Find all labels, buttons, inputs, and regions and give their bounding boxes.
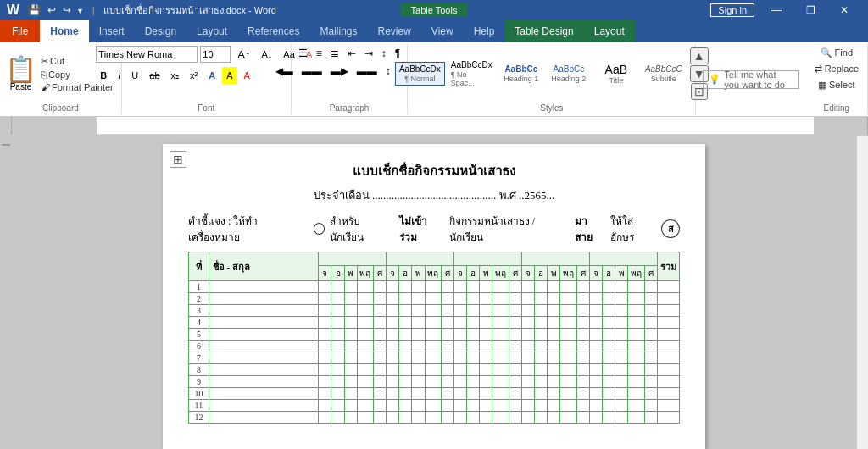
- day-10: ศ: [442, 266, 454, 281]
- row-9-day-20: [576, 376, 589, 388]
- select-button[interactable]: ▦ Select: [815, 78, 859, 92]
- quick-access-save[interactable]: 💾: [26, 4, 42, 16]
- tab-references[interactable]: References: [237, 20, 309, 42]
- font-color-btn[interactable]: A: [240, 67, 254, 84]
- sort-btn[interactable]: ↕: [378, 46, 390, 61]
- paste-button[interactable]: 📋 Paste: [5, 57, 36, 91]
- row-2-day-12: [467, 293, 480, 305]
- text-highlight-btn[interactable]: A: [222, 67, 236, 84]
- row-6-day-13: [480, 341, 492, 352]
- align-right-btn[interactable]: ▬▶: [327, 64, 352, 79]
- line-spacing-btn[interactable]: ↕: [382, 64, 394, 79]
- row-1-day-20: [576, 281, 589, 293]
- align-center-btn[interactable]: ▬▬: [298, 64, 326, 79]
- row-12-day-19: [560, 412, 576, 424]
- close-button[interactable]: ✕: [827, 0, 861, 20]
- replace-button[interactable]: ⇄ Replace: [811, 62, 862, 76]
- increase-indent-btn[interactable]: ⇥: [361, 46, 376, 61]
- multilevel-btn[interactable]: ≣: [327, 46, 342, 61]
- row-8-day-14: [492, 364, 509, 376]
- style-subtitle[interactable]: AaBbCcC Subtitle: [641, 62, 687, 86]
- doc-scroll-area[interactable]: ⊞ แบบเช็กชื่อกิจกรรมหน้าเสาธง ประจำเดือน…: [12, 136, 856, 449]
- maximize-button[interactable]: ❐: [793, 0, 827, 20]
- tab-review[interactable]: Review: [367, 20, 420, 42]
- row-11-day-12: [467, 400, 480, 412]
- quick-access-redo[interactable]: ↪: [61, 4, 73, 16]
- row-3-day-18: [548, 305, 560, 317]
- style-normal[interactable]: AaBbCcDx ¶ Normal: [395, 62, 445, 86]
- tab-view[interactable]: View: [421, 20, 464, 42]
- style-title[interactable]: AaB Title: [593, 60, 639, 88]
- row-1-day-4: [357, 281, 373, 293]
- insert-table-button[interactable]: ⊞: [170, 151, 186, 168]
- find-button[interactable]: 🔍 Find: [817, 46, 856, 60]
- strikethrough-btn[interactable]: ab: [145, 67, 164, 84]
- increase-font-btn[interactable]: A↑: [233, 46, 254, 63]
- row-9-day-11: [454, 376, 467, 388]
- row-6-day-6: [387, 341, 399, 352]
- numbering-btn[interactable]: ≡: [313, 46, 326, 61]
- styles-label: Styles: [540, 102, 563, 113]
- row-number-11: 11: [189, 400, 209, 412]
- row-10-day-25: [644, 388, 657, 400]
- row-12-day-15: [509, 412, 521, 424]
- decrease-indent-btn[interactable]: ⇤: [344, 46, 359, 61]
- bold-button[interactable]: B: [96, 67, 111, 84]
- scroll-right[interactable]: [856, 136, 868, 449]
- tab-insert[interactable]: Insert: [89, 20, 135, 42]
- row-number-1: 1: [189, 281, 209, 293]
- quick-access-more[interactable]: ▾: [76, 6, 84, 15]
- row-1-day-18: [548, 281, 560, 293]
- row-12-day-4: [357, 412, 373, 424]
- row-2-day-2: [331, 293, 344, 305]
- row-1-day-8: [412, 281, 425, 293]
- style-heading2[interactable]: AaBbCc Heading 2: [546, 62, 592, 86]
- underline-button[interactable]: U: [127, 67, 142, 84]
- tab-home[interactable]: Home: [40, 20, 88, 42]
- row-9-day-23: [615, 376, 628, 388]
- row-total-12: [657, 412, 679, 424]
- row-11-day-5: [374, 400, 387, 412]
- row-4-day-25: [644, 317, 657, 329]
- row-5-day-3: [344, 329, 357, 341]
- row-1-day-22: [602, 281, 615, 293]
- text-effects-btn[interactable]: A: [204, 67, 220, 84]
- tell-me-input[interactable]: 💡 Tell me what you want to do: [703, 70, 798, 89]
- tab-table-design[interactable]: Table Design: [504, 20, 583, 42]
- row-3-day-5: [374, 305, 387, 317]
- sign-in-button[interactable]: Sign in: [710, 3, 754, 17]
- quick-access-undo[interactable]: ↩: [46, 4, 58, 16]
- row-12-day-2: [331, 412, 344, 424]
- minimize-button[interactable]: —: [760, 0, 793, 20]
- row-5-day-8: [412, 329, 425, 341]
- subscript-btn[interactable]: x₂: [167, 67, 184, 84]
- tab-table-layout[interactable]: Layout: [584, 20, 635, 42]
- style-heading1[interactable]: AaBbCc Heading 1: [498, 62, 544, 86]
- tab-design[interactable]: Design: [135, 20, 186, 42]
- tab-layout[interactable]: Layout: [186, 20, 237, 42]
- tab-mailings[interactable]: Mailings: [309, 20, 367, 42]
- style-no-spacing[interactable]: AaBbCcDx ¶ No Spac...: [447, 58, 497, 90]
- row-5-day-22: [602, 329, 615, 341]
- row-7-day-1: [319, 352, 331, 364]
- row-2-day-6: [387, 293, 399, 305]
- tab-file[interactable]: File: [0, 20, 40, 42]
- superscript-btn[interactable]: x²: [186, 67, 202, 84]
- row-8-day-21: [589, 364, 602, 376]
- italic-button[interactable]: I: [114, 67, 125, 84]
- font-family-input[interactable]: [96, 46, 198, 63]
- align-left-btn[interactable]: ◀▬: [272, 64, 297, 79]
- row-total-7: [657, 352, 679, 364]
- row-11-day-11: [454, 400, 467, 412]
- justify-btn[interactable]: ▬▬: [353, 64, 381, 79]
- row-10-day-18: [548, 388, 560, 400]
- row-name-1: [209, 281, 319, 293]
- font-size-input[interactable]: [200, 46, 231, 63]
- bullets-btn[interactable]: ☰: [295, 46, 311, 61]
- document-note: คำชี้แจง : ให้ทำเครื่องหมาย สำหรับนักเรี…: [188, 213, 680, 245]
- row-3-day-15: [509, 305, 521, 317]
- tab-help[interactable]: Help: [464, 20, 505, 42]
- row-5-day-24: [628, 329, 644, 341]
- row-number-8: 8: [189, 364, 209, 376]
- row-4-day-3: [344, 317, 357, 329]
